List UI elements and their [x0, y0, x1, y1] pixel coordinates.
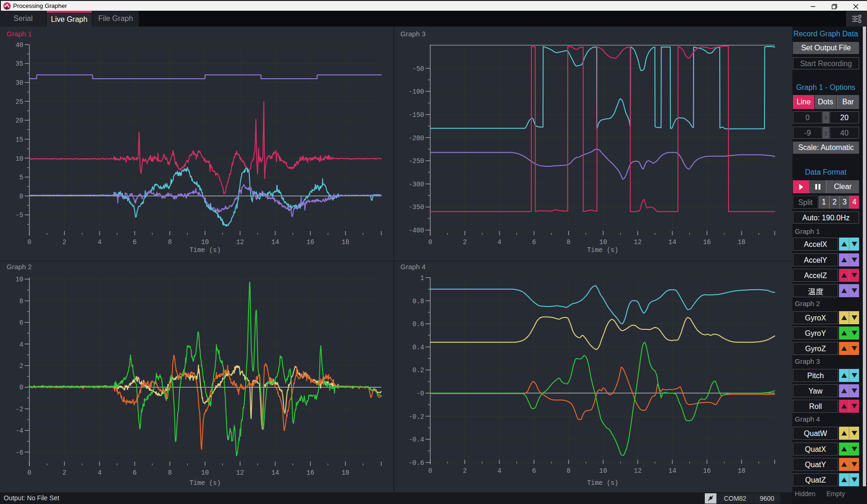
svg-text:12: 12	[236, 238, 244, 246]
svg-text:-300: -300	[408, 181, 424, 188]
svg-text:0.6: 0.6	[413, 320, 424, 328]
svg-text:-150: -150	[408, 111, 424, 119]
svg-text:2: 2	[463, 467, 467, 475]
svg-text:40: 40	[15, 41, 23, 49]
svg-text:30: 30	[15, 79, 23, 87]
svg-text:2: 2	[62, 238, 66, 246]
svg-text:10: 10	[599, 238, 607, 246]
svg-text:-0.6: -0.6	[408, 459, 424, 467]
svg-text:6: 6	[133, 469, 137, 477]
svg-text:2: 2	[20, 362, 23, 370]
svg-text:16: 16	[306, 238, 314, 246]
svg-text:8: 8	[20, 298, 23, 305]
svg-text:18: 18	[737, 467, 745, 475]
svg-text:0: 0	[20, 384, 23, 391]
svg-text:10: 10	[599, 467, 607, 475]
svg-text:20: 20	[15, 117, 23, 124]
svg-text:6: 6	[133, 238, 137, 246]
svg-text:25: 25	[15, 98, 23, 106]
svg-text:-0: -0	[416, 390, 424, 397]
svg-text:14: 14	[271, 469, 279, 477]
svg-text:8: 8	[567, 467, 571, 475]
svg-text:18: 18	[342, 469, 350, 477]
svg-text:-250: -250	[408, 157, 424, 165]
svg-text:Time (s): Time (s)	[587, 479, 618, 487]
svg-text:10: 10	[15, 155, 23, 163]
svg-text:-400: -400	[408, 227, 424, 234]
svg-text:6: 6	[20, 319, 23, 327]
svg-text:0.4: 0.4	[413, 344, 424, 351]
svg-text:1: 1	[420, 274, 424, 282]
svg-text:8: 8	[168, 469, 172, 477]
svg-text:16: 16	[703, 238, 711, 246]
svg-text:0: 0	[28, 238, 31, 246]
svg-text:-100: -100	[408, 88, 424, 95]
svg-text:Graph 3: Graph 3	[400, 30, 426, 38]
svg-text:4: 4	[497, 238, 501, 246]
svg-text:0.2: 0.2	[413, 367, 424, 374]
svg-text:35: 35	[15, 60, 23, 68]
svg-text:Graph 2: Graph 2	[7, 263, 32, 271]
svg-text:10: 10	[201, 469, 209, 477]
svg-text:-50: -50	[413, 65, 424, 73]
svg-text:Graph 1: Graph 1	[7, 30, 32, 38]
svg-text:18: 18	[342, 238, 350, 246]
svg-text:0: 0	[428, 238, 432, 246]
svg-text:10: 10	[15, 276, 23, 283]
svg-text:10: 10	[201, 238, 209, 246]
svg-text:0: 0	[428, 467, 432, 475]
svg-text:2: 2	[463, 238, 467, 246]
svg-text:0: 0	[28, 469, 31, 477]
svg-text:-350: -350	[408, 204, 424, 211]
svg-text:8: 8	[567, 238, 571, 246]
svg-text:-6: -6	[15, 449, 23, 456]
svg-text:6: 6	[532, 238, 536, 246]
svg-text:Graph 4: Graph 4	[400, 263, 426, 271]
svg-text:15: 15	[15, 136, 23, 143]
svg-text:12: 12	[634, 238, 642, 246]
svg-text:Time (s): Time (s)	[189, 246, 220, 254]
svg-text:16: 16	[703, 467, 711, 475]
svg-text:14: 14	[668, 238, 676, 246]
svg-text:-2: -2	[15, 406, 23, 413]
svg-text:4: 4	[97, 238, 101, 246]
svg-text:6: 6	[532, 467, 536, 475]
svg-text:0: 0	[20, 193, 23, 200]
svg-text:12: 12	[236, 469, 244, 477]
svg-text:4: 4	[97, 469, 101, 477]
svg-text:Time (s): Time (s)	[189, 479, 220, 487]
svg-text:14: 14	[271, 238, 279, 246]
svg-text:Time (s): Time (s)	[587, 246, 618, 254]
svg-text:-0.2: -0.2	[408, 413, 424, 421]
svg-text:4: 4	[497, 467, 501, 475]
svg-text:16: 16	[306, 469, 314, 477]
svg-text:12: 12	[634, 467, 642, 475]
svg-text:8: 8	[168, 238, 172, 246]
svg-text:-5: -5	[15, 211, 23, 219]
svg-text:5: 5	[20, 174, 23, 181]
svg-text:2: 2	[62, 469, 66, 477]
svg-text:18: 18	[737, 238, 745, 246]
svg-text:4: 4	[20, 341, 23, 348]
svg-text:-4: -4	[15, 427, 23, 435]
svg-text:-0.4: -0.4	[408, 436, 424, 443]
svg-text:14: 14	[668, 467, 676, 475]
svg-text:0.8: 0.8	[413, 298, 424, 305]
svg-text:-200: -200	[408, 135, 424, 142]
